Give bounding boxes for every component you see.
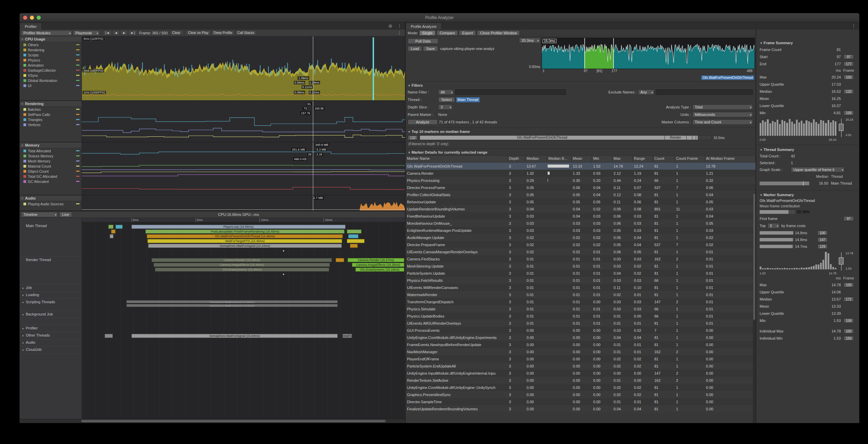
selected-thread-chip[interactable]: Main Thread [456, 97, 480, 102]
legend-item[interactable]: Playing Audio Sources [20, 201, 82, 206]
transport-button[interactable]: |◄ [103, 30, 112, 35]
table-row[interactable]: Profiler.CollectGlobalStats 3 0.05 0.05 … [406, 191, 756, 198]
scrollbar-thumb[interactable] [81, 420, 386, 422]
foldout-arrow-icon[interactable]: ▸ [22, 334, 26, 337]
top10-title[interactable]: Top 10 markers on median frame [408, 129, 753, 135]
analysis-type-dropdown[interactable]: Total [692, 104, 753, 110]
clear-on-play-button[interactable]: Clear on Play [186, 30, 211, 35]
column-header[interactable]: Max [612, 156, 633, 162]
frame-jump-button[interactable]: 177 [844, 62, 854, 66]
table-row[interactable]: TransformChangedDispatch 3 0.01 0.01 0.0… [406, 298, 756, 305]
collapse-arrow-icon[interactable] [282, 250, 285, 253]
name-filter-mode-dropdown[interactable]: All [438, 89, 454, 95]
table-row[interactable]: UpdateRendererBoundingVolumes 3 0.04 0.0… [406, 205, 756, 212]
timeline-bar[interactable]: Semaphore.WaitForSignal (14.44ms) [148, 244, 342, 248]
analyze-button[interactable]: Analyze [408, 119, 438, 125]
table-row[interactable]: BehaviourUpdate 3 0.05 0.05 0.05 0.11 0.… [406, 198, 756, 205]
transport-button[interactable]: ►| [128, 30, 137, 35]
table-row[interactable]: Director.SampleTime 3 0.00 0.00 0.00 0.0… [406, 398, 756, 405]
legend-item[interactable]: GC Allocated [20, 179, 82, 184]
column-header[interactable]: Min [592, 156, 612, 162]
depth-slice-dropdown[interactable]: 3 [438, 104, 453, 110]
timeline-bar[interactable]: Semaphore.WaitForSignal (16.66ms) [126, 304, 338, 307]
thread-row[interactable]: ▸Audio [20, 339, 82, 346]
column-header[interactable]: Count Frame [675, 156, 705, 162]
column-header[interactable]: Count [653, 156, 675, 162]
frame-time-graph[interactable]: 16.0ms [542, 38, 755, 69]
table-row[interactable]: Physics.Processing 3 0.29 0.30 0.20 0.44… [406, 177, 756, 184]
thread-row[interactable]: ▸Scripting Threads [20, 299, 82, 311]
audio-chart[interactable]: 2.7 MB [82, 195, 405, 210]
load-button[interactable]: Load [408, 46, 422, 51]
mode-button[interactable]: Export [459, 30, 476, 36]
tab-profiler[interactable]: Profiler [20, 23, 42, 30]
toolbar-menu-icon[interactable]: ⋮ [395, 31, 404, 35]
table-row[interactable]: ParticleSystem.Update 3 0.01 0.01 0.01 0… [406, 270, 756, 277]
foldout-arrow-icon[interactable]: ▸ [22, 301, 26, 304]
table-row[interactable]: UnityEngine.CoreModule.dll!UnityEngine::… [406, 384, 756, 391]
column-header[interactable]: Median B... [547, 156, 571, 162]
thread-row[interactable]: ▸Loading [20, 292, 82, 299]
timeline-bar[interactable] [336, 258, 344, 262]
deep-profile-button[interactable]: Deep Profile [212, 30, 234, 35]
top10-segment[interactable] [687, 136, 692, 140]
timeline-bar[interactable] [350, 244, 358, 248]
marker-details-title[interactable]: Marker Details for currently selected ra… [406, 149, 756, 155]
legend-item[interactable]: SetPass Calls [20, 112, 82, 117]
legend-item[interactable]: Animation [20, 63, 82, 68]
frame-summary-title[interactable]: Frame Summary [760, 40, 856, 46]
top10-segment[interactable]: Render [665, 136, 687, 140]
column-header[interactable]: Median [525, 156, 547, 162]
timeline-bar[interactable] [105, 334, 113, 338]
legend-item[interactable]: Rendering [20, 47, 82, 52]
table-row[interactable]: Graphics.PresentAndSync 3 0.00 0.00 0.00… [406, 391, 756, 398]
foldout-arrow-icon[interactable]: ▸ [22, 327, 26, 330]
timeline-bar[interactable]: PostLateUpdate.FinishFrameRendering (15.… [145, 229, 344, 234]
table-row[interactable]: Monobehaviour.OnMouse_ 3 0.03 0.03 0.03 … [406, 220, 756, 227]
legend-item[interactable]: Mesh Memory [20, 158, 82, 164]
timeline-bar[interactable] [348, 234, 358, 238]
memory-chart[interactable]: 340.8 MB201.6 MB5.3 MB262.1k496.0 KB [82, 142, 405, 195]
thread-row[interactable]: Render Thread [20, 257, 82, 285]
tab-menu-icon[interactable]: ⋮ [395, 23, 404, 28]
marker-summary-title[interactable]: Marker Summary [760, 192, 856, 198]
top10-segment[interactable]: Gfx.WaitForPresentOnGfxThread [420, 136, 665, 140]
frame-jump-button[interactable]: 105 [844, 75, 854, 80]
frame-jump-button[interactable]: 97 [844, 54, 854, 59]
frame-jump-button[interactable]: 159 [844, 110, 854, 115]
timeline-bar[interactable]: WaitForTargetFPS (14.46ms) [147, 239, 342, 243]
timeline-bar[interactable] [110, 234, 113, 238]
legend-item[interactable]: VSync [20, 73, 82, 78]
zoom-window-button[interactable] [37, 16, 41, 20]
timeline-graph[interactable]: 0ms5ms10ms15ms PlayerLoop (16.65ms) [82, 218, 405, 419]
timeline-bar[interactable]: Semaphore.WaitForSignal (16.66ms) [126, 300, 338, 303]
thread-summary-title[interactable]: Thread Summary [760, 147, 856, 153]
horizontal-scrollbar[interactable] [20, 419, 405, 423]
legend-item[interactable]: Global Illumination [20, 78, 82, 83]
profiler-modules-dropdown[interactable]: Profiler Modules [21, 30, 72, 36]
legend-item[interactable]: Total Allocated [20, 148, 82, 153]
scrollbar-thumb[interactable] [753, 193, 755, 320]
timeline-bar[interactable] [108, 225, 113, 229]
frame-jump-button[interactable]: 100 [844, 329, 854, 334]
table-row[interactable]: MeshSkinning.Update 3 0.01 0.01 0.01 0.0… [406, 262, 756, 270]
units-dropdown[interactable]: Milliseconds [692, 112, 753, 117]
tab-profile-analyzer[interactable]: Profile Analyzer [406, 23, 442, 30]
table-row[interactable]: Physics.UpdateBodies 3 0.01 0.01 0.01 0.… [406, 312, 756, 320]
thread-row[interactable]: ▸Profiler [20, 325, 82, 332]
name-filter-input[interactable] [455, 89, 566, 95]
table-row[interactable]: ParticleSystem.EndUpdateAll 3 0.00 0.00 … [406, 362, 756, 370]
timeline-bar[interactable] [347, 229, 361, 234]
filters-title[interactable]: Filters [408, 82, 753, 88]
rendering-chart[interactable]: 9173150.5k157.7k [82, 101, 405, 142]
table-row[interactable]: NavMeshManager 3 0.00 0.00 0.00 0.01 0.0… [406, 348, 756, 355]
legend-item[interactable]: Batches [20, 107, 82, 112]
timeline-bar[interactable]: Camera.Render (16.28ms) [152, 258, 332, 262]
column-header[interactable]: At Median Frame [705, 156, 756, 162]
timeline-bar[interactable]: Camera.ImageEffects (15.48ms) [154, 263, 330, 267]
timeline-bar[interactable]: Semaphore.WaitForSignal (15.04ms) [131, 334, 338, 338]
exclude-mode-dropdown[interactable]: Any [638, 89, 654, 95]
legend-item[interactable]: Physics [20, 57, 82, 63]
table-row[interactable]: WatermarkRender 3 0.01 0.01 0.01 0.02 0.… [406, 291, 756, 298]
median-frame-chip[interactable]: 132 [408, 135, 418, 140]
